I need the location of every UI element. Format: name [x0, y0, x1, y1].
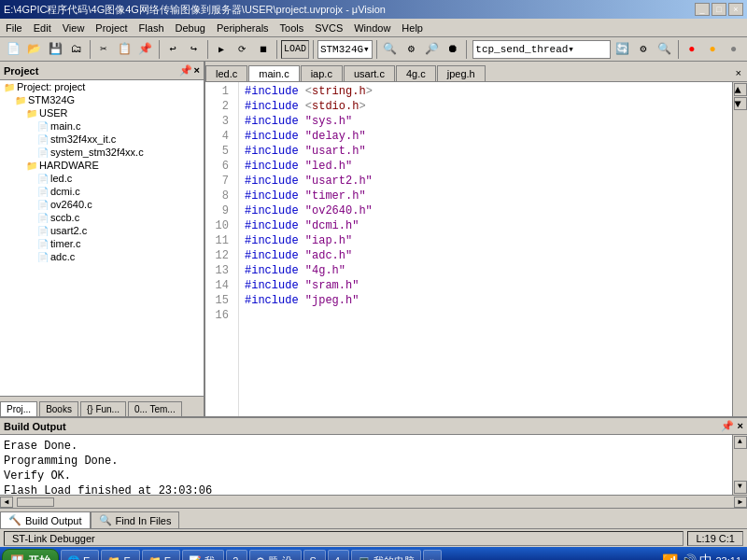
project-tab-2[interactable]: {} Fun... — [80, 401, 126, 416]
tree-item[interactable]: 📄main.c — [0, 119, 204, 133]
editor-tab-ledc[interactable]: led.c — [205, 65, 247, 81]
keyword-include: #include — [245, 130, 305, 143]
taskbar-item-e2[interactable]: 📁 E. — [101, 550, 139, 560]
menu-item-flash[interactable]: Flash — [134, 21, 170, 35]
scroll-down-btn[interactable]: ▼ — [734, 97, 747, 110]
tree-item[interactable]: 📁USER — [0, 106, 204, 119]
reset-button[interactable]: ● — [724, 39, 742, 60]
thread-dropdown[interactable]: tcp_send_thread▾ — [472, 40, 611, 59]
menu-item-project[interactable]: Project — [90, 21, 133, 35]
taskbar-item-arrow[interactable]: » — [423, 550, 442, 560]
save-all-button[interactable]: 🗂 — [66, 39, 85, 60]
minimize-button[interactable]: _ — [695, 3, 710, 16]
tree-item[interactable]: 📄sccb.c — [0, 211, 204, 224]
menu-item-edit[interactable]: Edit — [28, 21, 57, 35]
menu-item-view[interactable]: View — [57, 21, 91, 35]
project-panel: Project 📌 × 📁Project: project📁STM324G📁US… — [0, 62, 205, 416]
tree-item[interactable]: 📁HARDWARE — [0, 159, 204, 172]
menu-item-tools[interactable]: Tools — [275, 21, 310, 35]
editor-tab-4gc[interactable]: 4g.c — [396, 65, 436, 81]
project-tab-1[interactable]: Books — [39, 401, 78, 416]
build-tab-find-in-files[interactable]: 🔍Find In Files — [91, 511, 180, 528]
zoom-in-button[interactable]: 🔎 — [423, 39, 442, 60]
menu-item-debug[interactable]: Debug — [170, 21, 211, 35]
editor-tab-mainc[interactable]: main.c — [248, 65, 299, 81]
close-button[interactable]: × — [728, 3, 743, 16]
project-panel-controls[interactable]: 📌 × — [179, 64, 200, 77]
tree-item[interactable]: 📄adc.c — [0, 250, 204, 263]
load-button[interactable]: LOAD — [281, 40, 309, 59]
taskbar-item-settings[interactable]: ⚙ 题 设. — [249, 550, 301, 560]
tree-item[interactable]: 📁STM324G — [0, 93, 204, 106]
tree-item[interactable]: 📁Project: project — [0, 80, 204, 93]
debug-button[interactable]: 🔍 — [381, 39, 400, 60]
copy-button[interactable]: 📋 — [115, 39, 134, 60]
step-button[interactable]: ● — [703, 39, 722, 60]
paste-button[interactable]: 📌 — [136, 39, 155, 60]
hscroll-thumb[interactable] — [17, 497, 54, 507]
taskbar-item-e3[interactable]: 📁 E. — [142, 550, 180, 560]
hscroll-left[interactable]: ◀ — [0, 497, 13, 508]
menu-item-window[interactable]: Window — [348, 21, 396, 35]
code-content[interactable]: #include <string.h>#include <stdio.h>#in… — [239, 82, 732, 416]
keyword-include: #include — [245, 145, 305, 158]
taskbar-item-we[interactable]: 📝 我. — [182, 550, 224, 560]
settings-button[interactable]: ⚙ — [634, 39, 653, 60]
build-scroll-up[interactable]: ▲ — [734, 436, 747, 449]
start-button[interactable]: 🪟 开始 — [2, 549, 59, 560]
build-button[interactable]: ▶ — [212, 39, 231, 60]
undo-button[interactable]: ↩ — [163, 39, 182, 60]
taskbar-item-ie1[interactable]: 🌐 E. — [61, 550, 99, 560]
menu-item-help[interactable]: Help — [396, 21, 429, 35]
device-dropdown[interactable]: STM324G▾ — [317, 40, 373, 59]
project-tab-3[interactable]: 0... Tem... — [128, 401, 182, 416]
taskbar-item-4[interactable]: 4. — [328, 550, 349, 560]
build-hscrollbar[interactable]: ◀ ▶ — [0, 495, 747, 508]
menu-item-svcs[interactable]: SVCS — [309, 21, 348, 35]
search-button[interactable]: 🔍 — [655, 39, 673, 60]
new-button[interactable]: 📄 — [4, 39, 22, 60]
build-scrollbar[interactable]: ▲ ▼ — [732, 435, 747, 495]
tree-item[interactable]: 📄usart2.c — [0, 224, 204, 237]
hscroll-right[interactable]: ▶ — [734, 497, 747, 508]
tree-item[interactable]: 📄dcmi.c — [0, 185, 204, 198]
maximize-button[interactable]: □ — [712, 3, 726, 16]
editor-close-button[interactable]: × — [729, 66, 747, 81]
scroll-up-btn[interactable]: ▲ — [734, 83, 747, 96]
project-close-button[interactable]: × — [194, 64, 200, 77]
window-controls[interactable]: _ □ × — [695, 3, 743, 16]
stop-button[interactable]: ⏹ — [254, 39, 273, 60]
taskbar-item-mypc[interactable]: 💻 我的电脑 — [351, 550, 421, 560]
tree-item[interactable]: 📄stm32f4xx_it.c — [0, 133, 204, 146]
build-tab-build-output[interactable]: 🔨Build Output — [0, 511, 91, 528]
editor-tab-usartc[interactable]: usart.c — [344, 65, 395, 81]
build-pin-btn[interactable]: 📌 — [721, 420, 734, 432]
periph-button[interactable]: ⚙ — [402, 39, 420, 60]
editor-tab-jpegh[interactable]: jpeg.h — [437, 65, 486, 81]
breakpt-button[interactable]: ⏺ — [444, 39, 462, 60]
project-tab-0[interactable]: Proj... — [0, 401, 37, 416]
taskbar-item-s[interactable]: S. — [303, 550, 326, 560]
tree-item[interactable]: 📄system_stm32f4xx.c — [0, 146, 204, 159]
taskbar-item-2[interactable]: 2. — [226, 550, 247, 560]
build-panel-controls[interactable]: 📌 × — [721, 420, 743, 432]
redo-button[interactable]: ↪ — [184, 39, 203, 60]
save-button[interactable]: 💾 — [46, 39, 64, 60]
editor-scrollbar[interactable]: ▲ ▼ — [732, 82, 747, 416]
tree-item[interactable]: 📄ov2640.c — [0, 198, 204, 211]
project-pin-button[interactable]: 📌 — [179, 64, 192, 77]
menu-item-file[interactable]: File — [0, 21, 28, 35]
build-close-btn[interactable]: × — [738, 420, 743, 432]
menu-item-peripherals[interactable]: Peripherals — [211, 21, 275, 35]
tree-item-icon: 📄 — [37, 174, 49, 184]
refresh-button[interactable]: 🔄 — [613, 39, 631, 60]
cut-button[interactable]: ✂ — [94, 39, 113, 60]
tree-item[interactable]: 📄timer.c — [0, 237, 204, 250]
build-scroll-down[interactable]: ▼ — [734, 481, 747, 494]
open-button[interactable]: 📂 — [24, 39, 43, 60]
tree-item[interactable]: 📄led.c — [0, 172, 204, 185]
build-scroll-track[interactable] — [733, 450, 747, 480]
editor-tab-iapc[interactable]: iap.c — [301, 65, 343, 81]
rebuild-button[interactable]: ⟳ — [233, 39, 251, 60]
run-button[interactable]: ● — [683, 39, 701, 60]
